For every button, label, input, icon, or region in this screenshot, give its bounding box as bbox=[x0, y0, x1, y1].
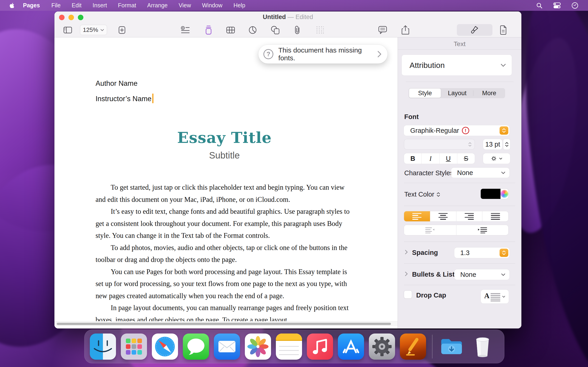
dock-messages[interactable] bbox=[183, 334, 209, 360]
horizontal-scrollbar[interactable] bbox=[54, 321, 398, 326]
menu-file[interactable]: File bbox=[46, 0, 66, 11]
align-center-button[interactable] bbox=[430, 211, 456, 221]
search-icon[interactable] bbox=[536, 2, 543, 9]
bullets-lists-label: Bullets & Lists bbox=[412, 271, 458, 278]
dock-system-settings[interactable] bbox=[369, 334, 395, 360]
dock-pages[interactable] bbox=[400, 334, 426, 360]
insert-button[interactable] bbox=[180, 23, 191, 37]
dock-mail[interactable] bbox=[214, 334, 240, 360]
dock-music[interactable] bbox=[307, 334, 333, 360]
bullets-disclosure-icon[interactable] bbox=[405, 271, 408, 276]
tab-layout[interactable]: Layout bbox=[441, 89, 473, 98]
menu-edit[interactable]: Edit bbox=[66, 0, 87, 11]
body-paragraph[interactable]: To add photos, movies, audio and other o… bbox=[95, 242, 355, 266]
window-title: Untitled — Edited bbox=[54, 14, 521, 21]
paragraph-style-value: Attribution bbox=[409, 61, 445, 70]
document-button[interactable] bbox=[498, 23, 509, 37]
menu-insert[interactable]: Insert bbox=[87, 0, 112, 11]
tab-style[interactable]: Style bbox=[409, 89, 441, 98]
instructor-line[interactable]: Instructor’s Name bbox=[95, 94, 153, 103]
dock-launchpad[interactable] bbox=[121, 334, 147, 360]
dock-photos[interactable] bbox=[245, 334, 271, 360]
menu-window[interactable]: Window bbox=[196, 0, 228, 11]
essay-title[interactable]: Essay Title bbox=[95, 129, 353, 147]
missing-fonts-notification[interactable]: ? This document has missing fonts. bbox=[258, 45, 388, 64]
menu-view[interactable]: View bbox=[173, 0, 197, 11]
document-body[interactable]: To get started, just tap or click this p… bbox=[95, 181, 355, 326]
chevron-up-icon bbox=[468, 142, 472, 144]
italic-button[interactable]: I bbox=[422, 153, 439, 164]
menu-arrange[interactable]: Arrange bbox=[142, 0, 173, 11]
body-paragraph[interactable]: It’s easy to edit text, change fonts and… bbox=[95, 206, 355, 242]
increase-indent-button[interactable] bbox=[456, 225, 509, 235]
current-color-swatch[interactable] bbox=[481, 189, 501, 199]
underline-button[interactable]: U bbox=[439, 153, 457, 164]
control-center-icon[interactable] bbox=[553, 2, 561, 8]
drop-cap-checkbox[interactable] bbox=[404, 291, 412, 298]
comment-button[interactable] bbox=[377, 23, 388, 37]
mail-icon bbox=[214, 334, 240, 360]
font-size-field[interactable]: 13 pt bbox=[483, 139, 502, 150]
character-styles-label: Character Styles bbox=[404, 169, 453, 177]
spacing-disclosure-icon[interactable] bbox=[405, 250, 408, 255]
chevron-down-icon bbox=[501, 172, 505, 174]
share-button[interactable] bbox=[400, 23, 411, 37]
font-family-stepper[interactable] bbox=[500, 126, 508, 135]
insert-icon bbox=[181, 26, 190, 34]
align-center-icon bbox=[439, 213, 448, 220]
color-picker-button[interactable] bbox=[501, 189, 508, 199]
horizontal-scrollbar-thumb[interactable] bbox=[57, 323, 391, 325]
chart-button[interactable] bbox=[247, 23, 258, 37]
menu-format[interactable]: Format bbox=[112, 0, 142, 11]
typeface-dropdown[interactable] bbox=[404, 139, 475, 150]
clock-icon[interactable] bbox=[571, 2, 578, 9]
apple-menu[interactable] bbox=[7, 2, 17, 8]
view-toggle-button[interactable] bbox=[62, 23, 73, 37]
media-button[interactable] bbox=[292, 23, 303, 37]
indent-control bbox=[404, 225, 508, 235]
align-left-button[interactable] bbox=[404, 211, 430, 221]
collaborate-button[interactable] bbox=[315, 23, 326, 37]
spacing-dropdown[interactable]: 1.3 bbox=[454, 248, 510, 258]
pages-window: Untitled — Edited 125% bbox=[54, 11, 521, 328]
dock-downloads[interactable] bbox=[439, 334, 465, 360]
add-page-button[interactable] bbox=[116, 23, 128, 37]
menu-pages[interactable]: Pages bbox=[17, 0, 46, 11]
menu-help[interactable]: Help bbox=[228, 0, 251, 11]
spacing-stepper[interactable] bbox=[500, 249, 508, 257]
bullets-lists-dropdown[interactable]: None bbox=[454, 269, 510, 280]
safari-icon bbox=[152, 334, 178, 360]
dock-trash[interactable] bbox=[469, 334, 496, 360]
table-button[interactable] bbox=[225, 23, 236, 37]
body-paragraph[interactable]: To get started, just tap or click this p… bbox=[95, 181, 355, 206]
essay-subtitle[interactable]: Subtitle bbox=[95, 150, 353, 161]
drop-cap-style-button[interactable]: A bbox=[481, 290, 509, 303]
zoom-control[interactable]: 125% bbox=[80, 25, 107, 35]
font-size-stepper[interactable] bbox=[503, 139, 510, 150]
bold-button[interactable]: B bbox=[404, 153, 422, 164]
format-button[interactable] bbox=[469, 23, 480, 37]
shape-button[interactable] bbox=[269, 23, 281, 37]
dock-finder[interactable] bbox=[90, 334, 116, 360]
document-canvas[interactable]: Author Name Instructor’s Name Essay Titl… bbox=[54, 37, 398, 328]
typeface-stepper bbox=[468, 142, 472, 147]
character-styles-dropdown[interactable]: None bbox=[451, 168, 510, 178]
paragraph-style-selector[interactable]: Attribution bbox=[402, 55, 512, 75]
dock-app-store[interactable] bbox=[338, 334, 364, 360]
decrease-indent-button[interactable] bbox=[404, 225, 456, 235]
text-color-well[interactable] bbox=[481, 189, 508, 199]
align-justify-button[interactable] bbox=[482, 211, 508, 221]
dock-notes[interactable] bbox=[276, 334, 302, 360]
dock-safari[interactable] bbox=[152, 334, 178, 360]
align-right-button[interactable] bbox=[456, 211, 482, 221]
author-line[interactable]: Author Name bbox=[95, 79, 138, 88]
textbox-button[interactable] bbox=[203, 23, 214, 37]
advanced-options-button[interactable] bbox=[483, 153, 510, 164]
indent-icon bbox=[477, 227, 488, 233]
strikethrough-button[interactable]: S bbox=[457, 153, 475, 164]
tab-more[interactable]: More bbox=[473, 89, 505, 98]
font-family-dropdown[interactable]: Graphik-Regular ! bbox=[404, 125, 510, 136]
chevron-up-icon bbox=[505, 142, 509, 144]
divider bbox=[398, 49, 521, 50]
body-paragraph[interactable]: You can use Pages for both word processi… bbox=[95, 266, 355, 302]
